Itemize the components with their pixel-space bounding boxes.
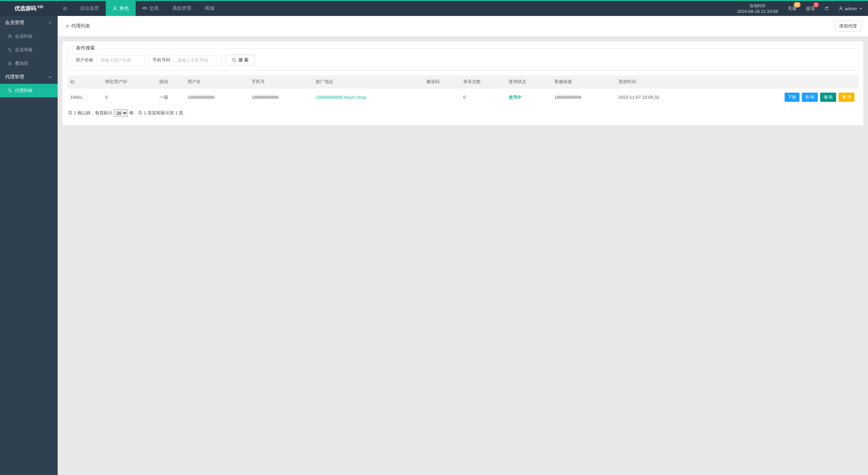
recharge-link[interactable]: 充值 14 [783,1,801,16]
row-btn-ban[interactable]: 禁 用 [839,93,854,102]
sidebar-item-member-list[interactable]: 会员列表 [0,30,58,43]
sidebar-item-member-level[interactable]: 会员等级 [0,43,58,57]
svg-point-7 [840,7,842,8]
hamburger-icon [63,6,68,11]
user-menu[interactable]: admin [834,1,868,16]
logo: 优选源码 V20 [0,1,58,16]
svg-point-4 [114,7,116,8]
sidebar-group-agent[interactable]: 代理管理 [0,70,58,84]
link-icon [7,48,12,52]
row-btn-pwd[interactable]: 密 码 [802,93,818,102]
col-actions [707,75,858,89]
username-input[interactable] [97,55,144,65]
refresh-button[interactable] [820,1,834,16]
sidebar-group-member[interactable]: 会员管理 [0,16,58,30]
main-container: 会员管理 会员列表 会员等级 叠加组 代理管理 [0,16,868,475]
brand-name: 优选源码 [15,5,36,12]
pager-select[interactable]: 20 [114,109,128,117]
sidebar-item-label: 会员列表 [15,33,33,39]
nav-sysmgr[interactable]: 系统管理 [165,1,198,16]
promo-link[interactable]: 18888888888.hwym.shop [316,95,366,100]
search-legend: 条件搜索 [73,45,98,51]
sidebar-toggle[interactable] [58,1,73,16]
chevron-down-icon [48,20,53,25]
pager: 共 1 條記錄，每頁顯示 20 條，共 1 頁當前顯示第 1 頁。 [67,106,858,120]
username-input-group: 用户名称 [72,55,145,65]
local-time-value: 2024-09-28 21:33:08 [737,9,778,14]
pager-post: 條，共 1 頁當前顯示第 1 頁。 [129,110,188,116]
col-promo: 推广地址 [313,75,423,89]
user-icon [839,6,843,11]
sidebar-item-label: 叠加组 [15,60,28,66]
header: 优选源码 V20 后台首页 角色 交易 系统管理 商城 [0,1,868,16]
user-icon [113,6,117,11]
username-label: 用户名称 [72,55,97,65]
cell-username: 18888888888 [185,89,249,106]
phone-input-group: 手机号码 [149,55,222,65]
cell-status: 使用中 [506,89,551,106]
header-right: 当地时间 2024-09-28 21:33:08 充值 14 提现 0 admi… [732,1,868,16]
sidebar-group-agent-label: 代理管理 [5,74,24,80]
nav-trade[interactable]: 交易 [136,1,165,16]
col-status: 使用状态 [506,75,551,89]
col-kf: 客服链接 [552,75,616,89]
col-ctime: 添加时间 [616,75,707,89]
nav-home[interactable]: 后台首页 [73,1,106,16]
brand-version: V20 [37,5,43,9]
row-btn-sub[interactable]: 下级 [785,93,800,102]
cell-bind-uid: 0 [102,89,157,106]
search-button[interactable]: 搜 索 [226,55,254,65]
list-icon [7,61,12,66]
col-invite: 邀请码 [423,75,460,89]
svg-point-8 [9,35,11,36]
breadcrumb: 代理列表 [64,23,90,29]
cell-id: 10001 [67,89,102,106]
phone-label: 手机号码 [149,55,174,65]
nav-sysmgr-label: 系统管理 [172,5,191,12]
link-icon [7,88,12,93]
sidebar-item-agent-list[interactable]: 代理列表 [0,84,58,97]
col-level: 级别 [157,75,185,89]
table-header-row: ID 绑定用户ID 级别 用户名 手机号 推广地址 邀请码 登录次数 使用状态 … [67,75,858,89]
nav-mall[interactable]: 商城 [198,1,221,16]
col-phone: 手机号 [249,75,313,89]
top-nav: 后台首页 角色 交易 系统管理 商城 [73,1,221,16]
withdraw-badge: 0 [813,2,819,7]
nav-trade-label: 交易 [149,5,159,12]
local-time-label: 当地时间 [749,3,766,9]
col-username: 用户名 [185,75,249,89]
breadcrumb-bar: 代理列表 添加代理 [58,16,868,37]
local-time: 当地时间 2024-09-28 21:33:08 [732,1,783,16]
cell-kf: 18888888888 [552,89,616,106]
cell-promo: 18888888888.hwym.shop [313,89,423,106]
cell-phone: 18888888888 [249,89,313,106]
sidebar-item-stack[interactable]: 叠加组 [0,57,58,70]
status-badge: 使用中 [509,95,522,100]
chevron-right-icon [64,24,69,28]
nav-role[interactable]: 角色 [106,1,136,16]
scale-icon [142,6,147,11]
withdraw-label: 提现 [806,5,815,12]
withdraw-link[interactable]: 提现 0 [801,1,820,16]
search-button-label: 搜 索 [238,57,249,63]
cell-invite [423,89,460,106]
add-agent-button[interactable]: 添加代理 [835,21,861,32]
phone-input[interactable] [174,55,221,65]
page-title: 代理列表 [71,23,90,29]
content-panel: 条件搜索 用户名称 手机号码 搜 索 [62,41,863,125]
nav-mall-label: 商城 [205,5,214,12]
refresh-icon [824,6,829,11]
cell-level: 一级 [157,89,185,106]
cell-actions: 下级 密 码 编 辑 禁 用 [707,89,858,106]
nav-role-label: 角色 [119,5,129,12]
search-icon [232,58,236,62]
svg-point-12 [232,58,235,61]
table-row: 10001 0 一级 18888888888 18888888888 18888… [67,89,858,106]
pager-pre: 共 1 條記錄，每頁顯示 [68,110,113,116]
chevron-down-icon [859,6,863,11]
main-content: 代理列表 添加代理 条件搜索 用户名称 手机号码 [58,16,868,475]
row-btn-edit[interactable]: 编 辑 [820,93,836,102]
sidebar-item-label: 会员等级 [15,47,33,53]
col-id: ID [67,75,102,89]
user-icon [7,34,12,39]
